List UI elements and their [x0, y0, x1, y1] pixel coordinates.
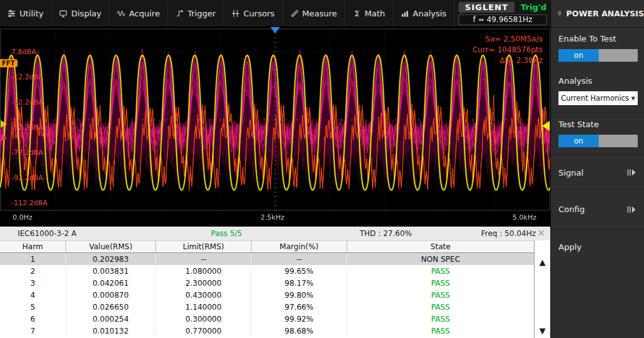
measure-icon	[291, 9, 299, 18]
header-harm: Harm	[0, 241, 66, 252]
harmonics-panel: IEC61000-3-2 A Pass 5/5 THD : 27.60% Fre…	[0, 227, 550, 338]
fft-scale-label: -32.2dBA	[11, 98, 43, 106]
cell-limitrms: --	[156, 253, 252, 265]
memory-points: Curr= 1048576pts	[472, 45, 543, 55]
cell-margin: 99.65%	[252, 265, 347, 277]
table-row[interactable]: 30.0420612.30000098.17%PASS	[0, 277, 534, 289]
cell-margin: --	[252, 253, 347, 265]
config-menu-item[interactable]: Config	[551, 190, 644, 229]
table-row[interactable]: 20.0038311.08000099.65%PASS	[0, 265, 534, 277]
status-block: SIGLENT Trig'd f = 49.96581Hz	[458, 0, 550, 26]
close-icon[interactable]: ×	[536, 228, 547, 239]
cell-harm: 2	[0, 265, 66, 277]
freq-axis-start: 0.0Hz	[13, 213, 33, 222]
expand-arrow-icon	[627, 169, 636, 176]
harmonics-rows: 10.202983----NON SPEC20.0038311.08000099…	[0, 253, 534, 337]
cell-state: PASS	[347, 277, 534, 289]
analysis-label: Analysis	[558, 76, 636, 86]
freq-readout: Freq : 50.04Hz	[481, 229, 536, 238]
table-row[interactable]: 40.0008700.43000099.80%PASS	[0, 289, 534, 301]
analysis-dropdown[interactable]: Current Harmonics ▼	[558, 91, 638, 105]
trigger-icon	[175, 9, 184, 18]
sidebar-title: POWER ANALYSIS	[566, 9, 644, 18]
menu-analysis[interactable]: Analysis	[393, 0, 455, 26]
enable-section: Enable To Test on	[551, 28, 644, 70]
cell-margin: 97.66%	[252, 301, 347, 313]
cell-state: PASS	[347, 313, 534, 325]
cell-margin: 99.92%	[252, 313, 347, 325]
table-row[interactable]: 50.0266501.14000097.66%PASS	[0, 301, 534, 313]
test-state-toggle-value: on	[558, 135, 599, 147]
header-value: Value(RMS)	[66, 241, 156, 252]
apply-button[interactable]: Apply	[551, 229, 644, 264]
fft-channel-badge[interactable]: FFT	[0, 59, 18, 67]
power-plug-icon	[557, 9, 562, 18]
table-header: Harm Value(RMS) Limit(RMS) Margin(%) Sta…	[0, 240, 534, 253]
table-scrollbar[interactable]: ▲ ▼	[534, 240, 550, 338]
menu-display[interactable]: Display	[52, 0, 109, 26]
analysis-dropdown-value: Current Harmonics	[561, 94, 629, 103]
cell-limitrms: 0.770000	[156, 325, 252, 337]
delta-f: Δf= 2.38Hz	[472, 55, 543, 66]
scroll-down-icon[interactable]: ▼	[535, 323, 550, 338]
menu-trigger[interactable]: Trigger	[168, 0, 224, 26]
menu-acquire-label: Acquire	[129, 9, 160, 18]
fft-scale-label: -52.2dBA	[11, 123, 43, 132]
cell-state: PASS	[347, 301, 534, 313]
cell-harm: 1	[0, 253, 66, 265]
cell-harm: 7	[0, 325, 66, 337]
cell-margin: 98.68%	[252, 325, 347, 337]
test-state-label: Test State	[558, 120, 636, 129]
menu-measure[interactable]: Measure	[283, 0, 345, 26]
cell-state: NON SPEC	[347, 253, 534, 265]
header-limit: Limit(RMS)	[156, 241, 252, 252]
menu-bar: Utility Display Acquire Trigger	[0, 0, 550, 26]
acquire-icon	[117, 9, 125, 18]
header-state: State	[347, 241, 534, 252]
fft-scale-label: 7.8dBA	[11, 48, 36, 56]
standard-label: IEC61000-3-2 A	[18, 229, 132, 238]
frequency-readout: f = 49.96581Hz	[458, 14, 547, 25]
header-margin: Margin(%)	[252, 241, 347, 252]
cell-state: PASS	[347, 325, 534, 337]
trigger-status: Trig'd	[521, 3, 547, 12]
cell-limitrms: 1.080000	[156, 265, 252, 277]
test-state-toggle[interactable]: on	[558, 135, 638, 147]
table-row[interactable]: 10.202983----NON SPEC	[0, 253, 534, 265]
waveform-area: FFT 7.8dBA -12.2dBA -32.2dBA -52.2dBA -7…	[0, 26, 550, 227]
cell-limitrms: 0.430000	[156, 289, 252, 301]
cell-limitrms: 0.300000	[156, 313, 252, 325]
expand-arrow-icon	[627, 206, 636, 213]
menu-utility[interactable]: Utility	[0, 0, 52, 26]
enable-toggle[interactable]: on	[558, 49, 638, 62]
scroll-up-icon[interactable]: ▲	[535, 254, 550, 269]
table-row[interactable]: 60.0002540.30000099.92%PASS	[0, 313, 534, 325]
left-column: Utility Display Acquire Trigger	[0, 0, 550, 338]
freq-axis-end: 5.0kHz	[513, 213, 536, 222]
cell-valuerms: 0.202983	[66, 253, 156, 265]
test-state-section: Test State on	[551, 113, 644, 155]
harmonics-info-bar: IEC61000-3-2 A Pass 5/5 THD : 27.60% Fre…	[0, 227, 550, 240]
fft-scale-label: -12.2dBA	[11, 73, 43, 81]
fft-scale-label: -112.2dBA	[11, 199, 48, 207]
apply-label: Apply	[558, 242, 582, 252]
cell-margin: 98.17%	[252, 277, 347, 289]
acquisition-info: Sa= 2.50MSa/s Curr= 1048576pts Δf= 2.38H…	[472, 34, 543, 66]
signal-menu-item[interactable]: Signal	[551, 155, 644, 190]
analysis-icon	[401, 9, 409, 18]
table-row[interactable]: 70.0101320.77000098.68%PASS	[0, 325, 534, 337]
freq-axis-center: 2.5kHz	[260, 213, 284, 222]
menu-math[interactable]: Math	[345, 0, 394, 26]
pass-summary: Pass 5/5	[211, 229, 242, 238]
menu-acquire[interactable]: Acquire	[109, 0, 168, 26]
waveform-display[interactable]	[0, 26, 550, 227]
sidebar-header: POWER ANALYSIS	[551, 0, 644, 28]
menu-cursors[interactable]: Cursors	[224, 0, 283, 26]
cell-harm: 3	[0, 277, 66, 289]
chevron-down-icon: ▼	[631, 96, 635, 101]
fft-scale-label: -72.2dBA	[11, 149, 43, 157]
cell-harm: 6	[0, 313, 66, 325]
analysis-section: Analysis Current Harmonics ▼	[551, 70, 644, 113]
cell-valuerms: 0.000870	[66, 289, 156, 301]
siglent-logo: SIGLENT	[458, 2, 514, 13]
